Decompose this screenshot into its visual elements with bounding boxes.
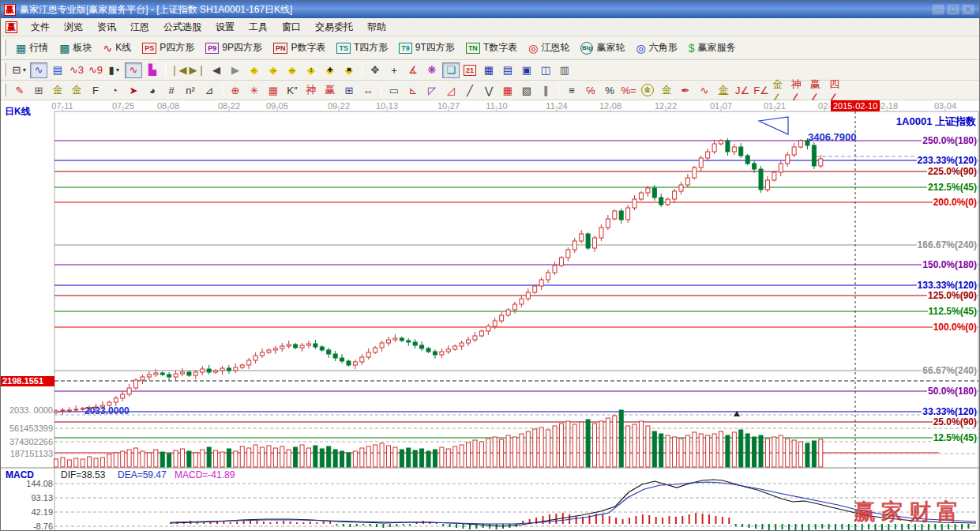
gold-levels-button[interactable]: 金 — [658, 82, 675, 98]
zoom-in-all-button[interactable]: ◆✚ — [321, 62, 339, 78]
close-button[interactable]: ✕ — [962, 4, 974, 15]
calculator-button[interactable]: ▦ — [480, 62, 498, 78]
t-number-table-button[interactable]: TNT数字表 — [460, 39, 523, 57]
angle-tool-button[interactable]: ∡ — [404, 62, 422, 78]
p-square-button[interactable]: PSP四方形 — [137, 39, 200, 57]
parallel-lines-button[interactable]: ∥ — [537, 82, 554, 98]
notes-button[interactable]: ▤ — [499, 62, 516, 78]
gann-wheel-button[interactable]: ◎江恩轮 — [523, 39, 575, 57]
shift-right-button[interactable]: ◆→ — [265, 62, 282, 78]
menu-item-file[interactable]: 文件 — [24, 18, 57, 36]
menu-item-trade-order[interactable]: 交易委托 — [308, 18, 360, 36]
menu-item-browse[interactable]: 浏览 — [57, 18, 90, 36]
kline-chart-canvas[interactable] — [1, 100, 980, 531]
crosshair-button[interactable]: ＋ — [385, 62, 403, 78]
k-mark-button[interactable]: K″ — [283, 82, 301, 98]
price-grid-button[interactable]: ▦ — [499, 82, 516, 98]
export-web-button[interactable]: ◫ — [537, 62, 554, 78]
f-angle-button[interactable]: F∠ — [753, 82, 770, 98]
quotes-button[interactable]: ▦行情 — [10, 39, 54, 57]
shen-tool-button[interactable]: 神 — [302, 82, 320, 98]
f-grid-button[interactable]: F — [87, 82, 104, 98]
menu-item-tools[interactable]: 工具 — [242, 18, 275, 36]
region-select-button[interactable]: ❏ — [442, 62, 460, 78]
grid-star-button[interactable]: ▦ — [265, 82, 282, 98]
f10-info-button[interactable]: ▤ — [49, 62, 66, 78]
menu-item-news[interactable]: 资讯 — [90, 18, 123, 36]
next-button[interactable]: ▶ — [227, 62, 244, 78]
sectors-button[interactable]: ▩板块 — [54, 39, 97, 57]
hash-ruler-button[interactable]: # — [163, 82, 180, 98]
volume-profile-button[interactable]: ▙ — [144, 62, 161, 78]
starburst-button[interactable]: ✳ — [246, 82, 263, 98]
gold-angle-button[interactable]: 金∠ — [772, 82, 789, 98]
last-page-button[interactable]: ▶❘ — [189, 62, 206, 78]
prev-button[interactable]: ◀ — [208, 62, 225, 78]
menu-item-window[interactable]: 窗口 — [275, 18, 308, 36]
gann-shape-button[interactable]: ❋ — [423, 62, 441, 78]
shen-angle-button[interactable]: 神∠ — [790, 82, 808, 98]
menu-item-help[interactable]: 帮助 — [360, 18, 393, 36]
p-number-table-button[interactable]: PNP数字表 — [268, 39, 332, 57]
candle-tool-button[interactable]: ▮▼ — [106, 62, 123, 78]
pen-marker-button[interactable]: ✎ — [11, 82, 28, 98]
save-button[interactable]: ▣ — [518, 62, 535, 78]
si-angle-button[interactable]: 四∠ — [828, 82, 846, 98]
gold-underline-button[interactable]: 金 — [715, 82, 732, 98]
expand-h-button[interactable]: ◆↔ — [283, 62, 301, 78]
trend-line-button[interactable]: ╱ — [461, 82, 479, 98]
winner-wheel-button[interactable]: Big赢家轮 — [575, 39, 630, 57]
percent-line-button[interactable]: ℅ — [582, 82, 599, 98]
t-square-button[interactable]: TST四方形 — [331, 39, 393, 57]
clock-circle-button[interactable]: ◕ — [144, 82, 161, 98]
wave-marker-button[interactable]: ∿ — [696, 82, 713, 98]
menu-item-settings[interactable]: 设置 — [208, 18, 242, 36]
ruler-grid-button[interactable]: ⊞ — [30, 82, 47, 98]
v-wave-button[interactable]: ⋁ — [480, 82, 498, 98]
ying-tool-button[interactable]: 赢 — [321, 82, 339, 98]
width-measure-button[interactable]: ↔ — [359, 82, 377, 98]
shift-left-button[interactable]: ◆← — [246, 62, 263, 78]
maximize-button[interactable]: ☐ — [947, 4, 959, 15]
percent-levels-button[interactable]: %= — [620, 82, 637, 98]
kline-period-button[interactable]: ⊟▼ — [11, 62, 28, 78]
grid-123-button[interactable]: ⊞ — [340, 82, 358, 98]
fan-box-red-button[interactable]: ◿ — [442, 82, 460, 98]
angle-divider-button[interactable]: ⊿ — [201, 82, 218, 98]
ying-angle-button[interactable]: 赢∠ — [809, 82, 827, 98]
fib-levels-button[interactable]: ≡ — [563, 82, 580, 98]
9p-square-button[interactable]: P99P四方形 — [200, 39, 268, 57]
trend-zigzag-button[interactable]: ∿ — [30, 62, 47, 78]
spiral-button[interactable]: ◔ — [106, 82, 123, 98]
n-square-button[interactable]: n² — [182, 82, 199, 98]
grid-arrow-button[interactable]: ▧ — [518, 82, 535, 98]
fan-box-purple-button[interactable]: ◸ — [423, 82, 441, 98]
red-zigzag-button[interactable]: ∿ — [125, 62, 142, 78]
menu-item-formula-stock-pick[interactable]: 公式选股 — [156, 18, 208, 36]
title-bar[interactable]: 赢 赢家江恩专业版[赢家服务平台] - [上证指数 SH1A0001-167日K… — [1, 1, 979, 18]
calendar-button[interactable]: 21 — [461, 62, 479, 78]
gold-grid-2-button[interactable]: 金 — [68, 82, 85, 98]
hand-tool-button[interactable]: ✥ — [366, 62, 384, 78]
minimize-button[interactable]: — — [932, 4, 944, 15]
box-measure-button[interactable]: ▭ — [385, 82, 403, 98]
kline-button[interactable]: ∿K线 — [97, 39, 137, 57]
brush-rocket-button[interactable]: ➤ — [125, 82, 142, 98]
first-page-button[interactable]: ❘◀ — [170, 62, 187, 78]
wave-3-button[interactable]: ∿3 — [68, 62, 85, 78]
zoom-out-all-button[interactable]: ◆✖ — [340, 62, 358, 78]
wave-9-button[interactable]: ∿9 — [87, 62, 104, 78]
9t-square-button[interactable]: T99T四方形 — [393, 39, 460, 57]
target-circle-button[interactable]: ⊕ — [227, 82, 244, 98]
expand-v-button[interactable]: ◆↕ — [302, 62, 320, 78]
hexagon-button[interactable]: ◎六角形 — [630, 39, 682, 57]
print-button[interactable]: ▥ — [556, 62, 573, 78]
j-angle-button[interactable]: J∠ — [734, 82, 751, 98]
menu-item-gann[interactable]: 江恩 — [123, 18, 156, 36]
percent-button[interactable]: % — [601, 82, 618, 98]
winner-service-button[interactable]: $赢家服务 — [683, 39, 742, 57]
gann-fan-button[interactable]: ⊾ — [404, 82, 422, 98]
gold-circle-button[interactable]: 金 — [639, 82, 656, 98]
gold-grid-1-button[interactable]: 金 — [49, 82, 66, 98]
flag-pen-button[interactable]: ✒ — [677, 82, 694, 98]
